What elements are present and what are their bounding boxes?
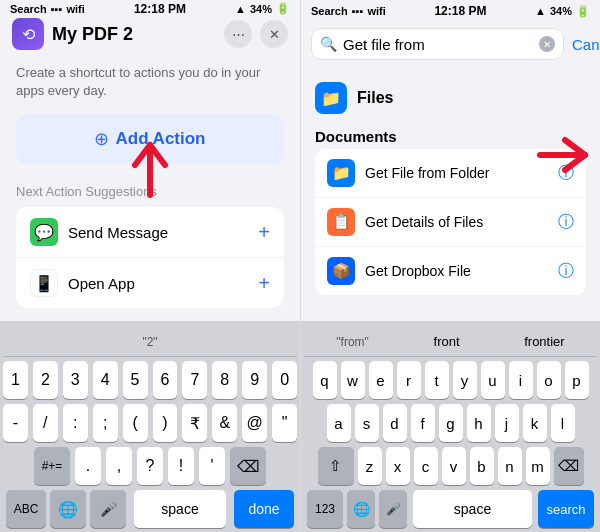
kb-r-mic[interactable]: 🎤 xyxy=(379,490,407,528)
kb-sugg-front[interactable]: front xyxy=(426,334,468,349)
add-send-message-icon[interactable]: + xyxy=(258,221,270,244)
kb-r-y[interactable]: y xyxy=(453,361,477,399)
kb-question[interactable]: ? xyxy=(137,447,163,485)
kb-done[interactable]: done xyxy=(234,490,294,528)
kb-sugg-2[interactable]: "2" xyxy=(134,335,165,349)
kb-r-d[interactable]: d xyxy=(383,404,407,442)
kb-r-emoji[interactable]: 🌐 xyxy=(347,490,375,528)
kb-r-s[interactable]: s xyxy=(355,404,379,442)
close-icon[interactable]: ✕ xyxy=(260,20,288,48)
kb-rparen[interactable]: ) xyxy=(153,404,178,442)
search-input-box[interactable]: 🔍 ✕ xyxy=(311,28,564,60)
kb-r-g[interactable]: g xyxy=(439,404,463,442)
files-category-label: Files xyxy=(357,89,393,107)
kb-delete[interactable]: ⌫ xyxy=(230,447,266,485)
kb-8[interactable]: 8 xyxy=(212,361,237,399)
kb-hashplus[interactable]: #+= xyxy=(34,447,70,485)
kb-row-punct: #+= . , ? ! ' ⌫ xyxy=(3,447,297,485)
search-input[interactable] xyxy=(343,36,533,53)
nav-right-actions: ⋯ ✕ xyxy=(224,20,288,48)
kb-slash[interactable]: / xyxy=(33,404,58,442)
kb-r-m[interactable]: m xyxy=(526,447,550,485)
gps-icon: ▲ xyxy=(235,3,246,15)
kb-1[interactable]: 1 xyxy=(3,361,28,399)
kb-dollar[interactable]: ₹ xyxy=(182,404,207,442)
kb-r-j[interactable]: j xyxy=(495,404,519,442)
kb-r-o[interactable]: o xyxy=(537,361,561,399)
kb-apos[interactable]: ' xyxy=(199,447,225,485)
kb-r-p[interactable]: p xyxy=(565,361,589,399)
kb-5[interactable]: 5 xyxy=(123,361,148,399)
kb-9[interactable]: 9 xyxy=(242,361,267,399)
battery-pct: 34% xyxy=(250,3,272,15)
get-details-icon: 📋 xyxy=(327,208,355,236)
kb-at[interactable]: @ xyxy=(242,404,267,442)
get-dropbox-label: Get Dropbox File xyxy=(365,263,548,279)
left-panel: Search ▪▪▪ wifi 12:18 PM ▲ 34% 🔋 ⟲ My PD… xyxy=(0,0,300,532)
kb-r-n[interactable]: n xyxy=(498,447,522,485)
kb-r-c[interactable]: c xyxy=(414,447,438,485)
kb-r-k[interactable]: k xyxy=(523,404,547,442)
wifi-icon: wifi xyxy=(66,3,84,15)
kb-r-q[interactable]: q xyxy=(313,361,337,399)
kb-r-x[interactable]: x xyxy=(386,447,410,485)
left-content: Create a shortcut to actions you do in y… xyxy=(0,52,300,321)
get-details-info-icon[interactable]: ⓘ xyxy=(558,212,574,233)
right-panel: Search ▪▪▪ wifi 12:18 PM ▲ 34% 🔋 🔍 ✕ Can… xyxy=(300,0,600,532)
kb-r-b[interactable]: b xyxy=(470,447,494,485)
kb-r-u[interactable]: u xyxy=(481,361,505,399)
kb-r-space[interactable]: space xyxy=(413,490,532,528)
page-title: My PDF 2 xyxy=(52,24,133,45)
kb-r-i[interactable]: i xyxy=(509,361,533,399)
result-get-details-files[interactable]: 📋 Get Details of Files ⓘ xyxy=(315,198,586,246)
kb-row-numbers: 1 2 3 4 5 6 7 8 9 0 xyxy=(3,361,297,399)
kb-r-l[interactable]: l xyxy=(551,404,575,442)
kb-r-v[interactable]: v xyxy=(442,447,466,485)
kb-r-shift[interactable]: ⇧ xyxy=(318,447,354,485)
kb-emoji[interactable]: 🌐 xyxy=(50,490,86,528)
left-time: 12:18 PM xyxy=(134,2,186,16)
kb-r-f[interactable]: f xyxy=(411,404,435,442)
kb-lparen[interactable]: ( xyxy=(123,404,148,442)
suggestion-open-app[interactable]: 📱 Open App + xyxy=(16,258,284,308)
kb-r-e[interactable]: e xyxy=(369,361,393,399)
kb-7[interactable]: 7 xyxy=(182,361,207,399)
suggestion-send-message[interactable]: 💬 Send Message + xyxy=(16,207,284,257)
kb-r-r[interactable]: r xyxy=(397,361,421,399)
kb-colon[interactable]: : xyxy=(63,404,88,442)
kb-r-search[interactable]: search xyxy=(538,490,594,528)
kb-2[interactable]: 2 xyxy=(33,361,58,399)
get-dropbox-info-icon[interactable]: ⓘ xyxy=(558,261,574,282)
kb-exclaim[interactable]: ! xyxy=(168,447,194,485)
kb-sugg-from[interactable]: "from" xyxy=(328,335,377,349)
kb-quote[interactable]: " xyxy=(272,404,297,442)
cancel-button[interactable]: Cancel xyxy=(572,36,600,53)
kb-dash[interactable]: - xyxy=(3,404,28,442)
kb-r-z[interactable]: z xyxy=(358,447,382,485)
right-wifi-icon: wifi xyxy=(367,5,385,17)
kb-r-w[interactable]: w xyxy=(341,361,365,399)
search-clear-icon[interactable]: ✕ xyxy=(539,36,555,52)
kb-mic[interactable]: 🎤 xyxy=(90,490,126,528)
kb-r-123[interactable]: 123 xyxy=(307,490,343,528)
send-message-label: Send Message xyxy=(68,224,248,241)
kb-space-left[interactable]: space xyxy=(134,490,226,528)
kb-amp[interactable]: & xyxy=(212,404,237,442)
result-get-dropbox[interactable]: 📦 Get Dropbox File ⓘ xyxy=(315,247,586,295)
kb-0[interactable]: 0 xyxy=(272,361,297,399)
kb-sugg-frontier[interactable]: frontier xyxy=(516,334,572,349)
kb-4[interactable]: 4 xyxy=(93,361,118,399)
settings-icon[interactable]: ⋯ xyxy=(224,20,252,48)
kb-period[interactable]: . xyxy=(75,447,101,485)
kb-comma[interactable]: , xyxy=(106,447,132,485)
kb-3[interactable]: 3 xyxy=(63,361,88,399)
add-open-app-icon[interactable]: + xyxy=(258,272,270,295)
kb-r-t[interactable]: t xyxy=(425,361,449,399)
kb-r-a[interactable]: a xyxy=(327,404,351,442)
kb-r-h[interactable]: h xyxy=(467,404,491,442)
left-nav-bar: ⟲ My PDF 2 ⋯ ✕ xyxy=(0,17,300,51)
kb-abc[interactable]: ABC xyxy=(6,490,46,528)
kb-r-delete[interactable]: ⌫ xyxy=(554,447,584,485)
kb-semicolon[interactable]: ; xyxy=(93,404,118,442)
kb-6[interactable]: 6 xyxy=(153,361,178,399)
